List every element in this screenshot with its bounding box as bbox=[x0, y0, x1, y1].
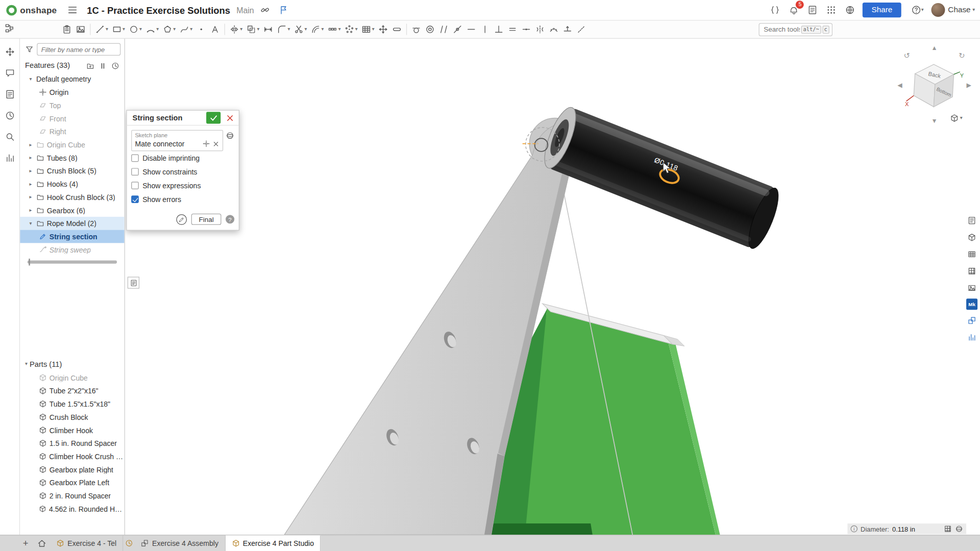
use-project-tool-icon[interactable]: ▾ bbox=[244, 22, 261, 37]
part-item[interactable]: Climber Hook Crush B... bbox=[20, 450, 124, 463]
material-library-panel-icon[interactable]: Mk bbox=[966, 298, 977, 310]
part-item[interactable]: Crush Block bbox=[20, 410, 124, 423]
onshape-logo[interactable]: onshape bbox=[6, 5, 57, 15]
perpendicular-constraint-icon[interactable] bbox=[492, 22, 506, 37]
chevron-right-icon[interactable]: ▸ bbox=[28, 142, 34, 147]
feature-folder[interactable]: ▸ Origin Cube bbox=[20, 138, 124, 152]
parallel-constraint-icon[interactable] bbox=[437, 22, 451, 37]
transform-tool-icon[interactable] bbox=[376, 22, 390, 37]
part-item[interactable]: Tube 2"x2"x16" bbox=[20, 384, 124, 397]
rotate-cw-icon[interactable]: ↻ bbox=[959, 52, 965, 60]
hamburger-menu-icon[interactable] bbox=[66, 3, 80, 17]
rotate-left-arrow-icon[interactable]: ◀ bbox=[897, 82, 902, 89]
sphere-icon[interactable] bbox=[955, 525, 963, 533]
release-notes-icon[interactable] bbox=[805, 3, 820, 17]
midpoint-constraint-icon[interactable] bbox=[520, 22, 533, 37]
grid-icon[interactable] bbox=[944, 525, 952, 533]
tangent-constraint-icon[interactable] bbox=[409, 22, 423, 37]
trim-tool-icon[interactable]: ▾ bbox=[292, 22, 309, 37]
table-tool-icon[interactable]: ▾ bbox=[359, 22, 376, 37]
paste-sketch-icon[interactable] bbox=[60, 22, 74, 37]
history-panel-icon[interactable] bbox=[3, 109, 17, 122]
construction-toggle-icon[interactable] bbox=[575, 22, 589, 37]
parts-header[interactable]: ▾ Parts (11) bbox=[20, 357, 124, 371]
horizontal-constraint-icon[interactable] bbox=[464, 22, 478, 37]
copy-link-icon[interactable] bbox=[258, 3, 273, 17]
home-tab-icon[interactable] bbox=[34, 535, 50, 551]
rotate-up-arrow-icon[interactable]: ▲ bbox=[932, 44, 938, 52]
feature-item[interactable]: Origin bbox=[20, 86, 124, 99]
rollback-bar[interactable] bbox=[28, 261, 117, 264]
search-tools-box[interactable]: alt/~c bbox=[759, 23, 832, 36]
checkbox-show-expressions[interactable]: Show expressions bbox=[131, 179, 234, 192]
feature-item-selected[interactable]: String section bbox=[20, 230, 124, 243]
mate-connector-toggle-icon[interactable] bbox=[226, 131, 234, 140]
slot-tool-icon[interactable] bbox=[390, 22, 404, 37]
feature-item[interactable]: Right bbox=[20, 125, 124, 138]
arc-tool-icon[interactable]: ▾ bbox=[144, 22, 161, 37]
final-button[interactable]: Final bbox=[191, 214, 222, 225]
info-icon[interactable]: i bbox=[851, 525, 857, 532]
help-menu-icon[interactable]: ▾ bbox=[910, 3, 925, 17]
feature-folder[interactable]: ▸ Hooks (4) bbox=[20, 178, 124, 191]
part-item[interactable]: Gearbox plate Right bbox=[20, 463, 124, 476]
edit-sketch-icon[interactable] bbox=[176, 214, 187, 224]
symmetric-constraint-icon[interactable] bbox=[533, 22, 547, 37]
feature-folder[interactable]: ▾ Rope Model (2) bbox=[20, 217, 124, 230]
feature-folder[interactable]: ▸ Hook Crush Block (3) bbox=[20, 190, 124, 204]
part-item[interactable]: 1.5 in. Round Spacer bbox=[20, 437, 124, 450]
share-button[interactable]: Share bbox=[863, 3, 901, 17]
vertical-constraint-icon[interactable] bbox=[478, 22, 492, 37]
chevron-right-icon[interactable]: ▸ bbox=[28, 208, 34, 213]
part-item[interactable]: Climber Hook bbox=[20, 423, 124, 437]
dimension-tool-icon[interactable] bbox=[261, 22, 275, 37]
tab-exercise4-tel[interactable]: Exercise 4 - Tel bbox=[50, 535, 124, 551]
chevron-down-icon[interactable]: ▾ bbox=[28, 77, 34, 82]
part-item[interactable]: Gearbox Plate Left bbox=[20, 476, 124, 489]
document-outline-icon[interactable] bbox=[5, 23, 15, 33]
rotate-right-arrow-icon[interactable]: ▶ bbox=[966, 82, 971, 89]
feature-folder[interactable]: ▸ Gearbox (6) bbox=[20, 204, 124, 217]
pierce-constraint-icon[interactable] bbox=[451, 22, 464, 37]
offset-tool-icon[interactable]: ▾ bbox=[309, 22, 326, 37]
part-item[interactable]: Origin Cube bbox=[20, 371, 124, 384]
concentric-constraint-icon[interactable] bbox=[423, 22, 437, 37]
spline-tool-icon[interactable]: ▾ bbox=[178, 22, 194, 37]
view-cube-body[interactable]: Back Bottom bbox=[914, 64, 953, 107]
pause-icon[interactable] bbox=[99, 62, 107, 70]
feature-folder[interactable]: ▸ Tubes (8) bbox=[20, 151, 124, 164]
checkbox-show-constraints[interactable]: Show constraints bbox=[131, 165, 234, 179]
clear-selection-icon[interactable] bbox=[212, 140, 219, 147]
feature-folder[interactable]: ▸ Crush Block (5) bbox=[20, 164, 124, 178]
mirror-tool-icon[interactable]: ▾ bbox=[228, 22, 244, 37]
rotate-down-arrow-icon[interactable]: ▼ bbox=[932, 117, 938, 124]
chevron-right-icon[interactable]: ▸ bbox=[28, 168, 34, 173]
checkbox-disable-imprinting[interactable]: Disable imprinting bbox=[131, 151, 234, 165]
search-panel-icon[interactable] bbox=[3, 130, 17, 144]
properties-panel-icon[interactable] bbox=[966, 214, 978, 227]
arena-panel-icon[interactable] bbox=[966, 314, 978, 327]
model-viewport[interactable]: Ø0.118 String section Sketch plane bbox=[125, 39, 980, 535]
circular-pattern-tool-icon[interactable]: ▾ bbox=[342, 22, 359, 37]
checkbox-box[interactable] bbox=[131, 182, 139, 189]
polygon-tool-icon[interactable]: ▾ bbox=[161, 22, 178, 37]
parts-list-panel-icon[interactable] bbox=[966, 231, 978, 243]
follow-mode-icon[interactable] bbox=[3, 45, 17, 59]
notifications-bell-icon[interactable]: 5 bbox=[787, 3, 801, 17]
help-icon[interactable]: ? bbox=[226, 215, 234, 223]
point-tool-icon[interactable] bbox=[194, 22, 208, 37]
add-tab-button[interactable]: + bbox=[17, 535, 34, 551]
display-options-button[interactable]: ▾ bbox=[950, 114, 963, 122]
cancel-x-button[interactable] bbox=[224, 112, 235, 123]
user-menu[interactable]: Chase ▾ bbox=[931, 3, 975, 17]
render-panel-icon[interactable] bbox=[966, 282, 978, 294]
chevron-right-icon[interactable]: ▸ bbox=[28, 155, 34, 160]
performance-panel-icon[interactable] bbox=[3, 151, 17, 165]
feature-filter-input[interactable] bbox=[37, 43, 120, 55]
rotate-ccw-icon[interactable]: ↺ bbox=[904, 52, 910, 60]
sketch-plane-field[interactable]: Mate connector bbox=[135, 140, 219, 147]
update-reference-icon[interactable] bbox=[124, 535, 135, 551]
custom-tables-panel-icon[interactable] bbox=[966, 248, 978, 260]
bookmark-flag-icon[interactable] bbox=[277, 3, 291, 17]
branch-label[interactable]: Main bbox=[236, 5, 254, 14]
